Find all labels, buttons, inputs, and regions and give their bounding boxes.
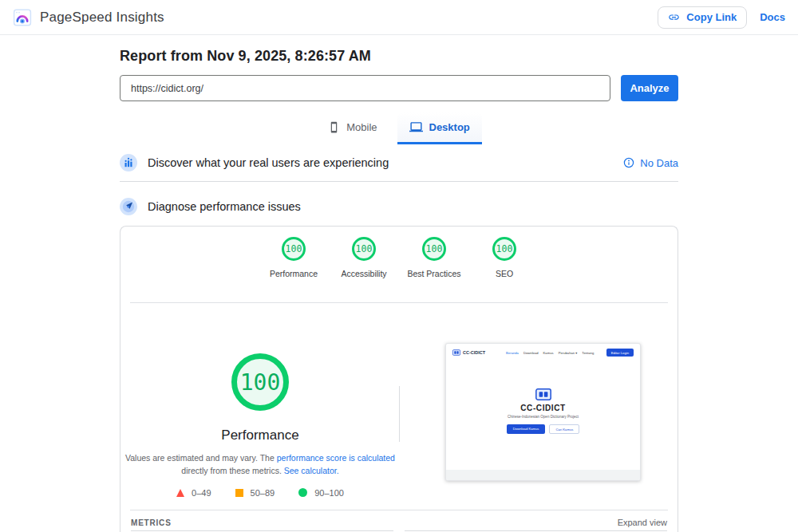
metrics-title: METRICS xyxy=(131,518,172,527)
chevron-down-icon: ▾ xyxy=(575,351,577,355)
thumbnail-hero: CC-CIDICT Chinese-Indonesian Open Dictio… xyxy=(446,388,640,434)
info-icon xyxy=(623,157,634,168)
mobile-phone-icon xyxy=(328,121,340,133)
score-circle: 100 xyxy=(282,237,306,261)
thumbnail-nav: Beranda Download Kamus Perubahan ▾ Tenta… xyxy=(506,351,594,355)
performance-gauge-label: Performance xyxy=(221,428,298,443)
thumbnail-hero-title: CC-CIDICT xyxy=(520,404,566,412)
score-range-legend: 0–49 50–89 90–100 xyxy=(176,488,344,498)
score-label: Best Practices xyxy=(407,269,460,278)
vertical-divider xyxy=(399,386,400,442)
app-title: PageSpeed Insights xyxy=(40,10,164,26)
score-item-seo[interactable]: 100 SEO xyxy=(469,237,539,278)
metrics-header-row: METRICS Expand view xyxy=(131,514,667,531)
thumbnail-footer-strip xyxy=(446,470,640,480)
fail-triangle-icon xyxy=(176,489,184,497)
score-value: 100 xyxy=(356,243,373,254)
diagnose-section-row: Diagnose performance issues xyxy=(120,198,678,215)
metrics-divider xyxy=(130,510,668,510)
performance-gauge-value: 100 xyxy=(240,369,281,396)
tab-desktop[interactable]: Desktop xyxy=(397,112,482,144)
expand-view-button[interactable]: Expand view xyxy=(618,518,667,527)
docs-link[interactable]: Docs xyxy=(760,11,785,23)
thumbnail-primary-button: Download Kamus xyxy=(507,424,546,434)
score-circle: 100 xyxy=(352,237,376,261)
legend-item-average: 50–89 xyxy=(235,488,275,498)
disclaimer-text: Values are estimated and may vary. The xyxy=(125,453,277,463)
tab-desktop-label: Desktop xyxy=(429,121,470,133)
score-item-performance[interactable]: 100 Performance xyxy=(259,237,329,278)
no-data-status[interactable]: No Data xyxy=(623,157,678,169)
thumbnail-nav-item: Tentang xyxy=(582,351,594,355)
score-disclaimer: Values are estimated and may vary. The p… xyxy=(124,451,397,478)
score-circle: 100 xyxy=(492,237,516,261)
thumbnail-book-logo-icon xyxy=(452,349,460,356)
score-value: 100 xyxy=(426,243,443,254)
thumbnail-hero-subtitle: Chinese-Indonesian Open Dictionary Proje… xyxy=(508,415,579,419)
score-label: Performance xyxy=(270,269,318,278)
thumbnail-brand: CC-CIDICT xyxy=(452,349,485,356)
device-tabs: Mobile Desktop xyxy=(0,112,798,144)
disclaimer-text: directly from these metrics. xyxy=(181,466,283,475)
average-square-icon xyxy=(235,489,243,497)
diagnose-gauge-icon xyxy=(120,198,137,215)
field-data-title: Discover what your real users are experi… xyxy=(148,156,389,169)
thumbnail-site-header: CC-CIDICT Beranda Download Kamus Perubah… xyxy=(446,344,640,361)
thumbnail-nav-item-label: Perubahan xyxy=(559,351,575,355)
legend-range: 0–49 xyxy=(192,488,211,498)
score-circle: 100 xyxy=(422,237,446,261)
thumbnail-nav-item: Download xyxy=(523,351,539,355)
performance-gauge: 100 xyxy=(231,353,289,411)
see-calculator-link[interactable]: See calculator. xyxy=(284,466,339,475)
performance-score-link[interactable]: performance score is calculated xyxy=(277,453,395,463)
no-data-label: No Data xyxy=(640,157,678,169)
field-data-section-row: Discover what your real users are experi… xyxy=(120,154,678,171)
legend-item-pass: 90–100 xyxy=(298,488,344,498)
header-actions: Copy Link Docs xyxy=(658,6,785,29)
thumbnail-editor-login-button: Editor Login xyxy=(606,349,634,357)
score-item-accessibility[interactable]: 100 Accessibility xyxy=(329,237,399,278)
score-label: SEO xyxy=(496,269,513,278)
thumbnail-hero-buttons: Download Kamus Cari Kamus xyxy=(507,424,580,434)
report-card: 100 Performance 100 Accessibility 100 Be… xyxy=(120,226,678,532)
field-data-icon xyxy=(120,154,137,171)
performance-gauge-block: 100 Performance Values are estimated and… xyxy=(120,302,400,498)
thumbnail-brand-label: CC-CIDICT xyxy=(463,350,485,355)
thumbnail-hero-book-icon xyxy=(535,388,551,400)
link-icon xyxy=(668,11,680,23)
desktop-laptop-icon xyxy=(409,120,423,134)
analyze-button[interactable]: Analyze xyxy=(621,75,678,101)
thumbnail-secondary-button: Cari Kamus xyxy=(549,424,579,434)
section-divider xyxy=(120,181,678,182)
category-score-nav: 100 Performance 100 Accessibility 100 Be… xyxy=(120,237,678,278)
pass-circle-icon xyxy=(298,488,307,497)
page-screenshot-thumbnail: CC-CIDICT Beranda Download Kamus Perubah… xyxy=(445,343,641,481)
thumbnail-nav-item: Kamus xyxy=(543,351,554,355)
legend-range: 90–100 xyxy=(314,488,344,498)
pagespeed-logo-icon xyxy=(13,8,32,27)
tab-mobile[interactable]: Mobile xyxy=(316,112,389,144)
tab-mobile-label: Mobile xyxy=(346,121,377,133)
score-label: Accessibility xyxy=(341,269,386,278)
thumbnail-nav-item: Perubahan ▾ xyxy=(559,351,578,355)
pagespeed-insights-page: PageSpeed Insights Copy Link Docs Report… xyxy=(0,0,798,532)
thumbnail-nav-item: Beranda xyxy=(506,351,519,355)
report-title: Report from Nov 9, 2025, 8:26:57 AM xyxy=(120,48,371,65)
url-input[interactable] xyxy=(120,75,610,101)
copy-link-button[interactable]: Copy Link xyxy=(658,6,747,29)
copy-link-label: Copy Link xyxy=(686,11,737,23)
app-header: PageSpeed Insights Copy Link Docs xyxy=(0,0,798,35)
score-item-best-practices[interactable]: 100 Best Practices xyxy=(399,237,469,278)
score-value: 100 xyxy=(286,243,302,254)
legend-item-fail: 0–49 xyxy=(176,488,211,498)
score-value: 100 xyxy=(496,243,513,254)
diagnose-title: Diagnose performance issues xyxy=(148,200,301,213)
legend-range: 50–89 xyxy=(251,488,275,498)
